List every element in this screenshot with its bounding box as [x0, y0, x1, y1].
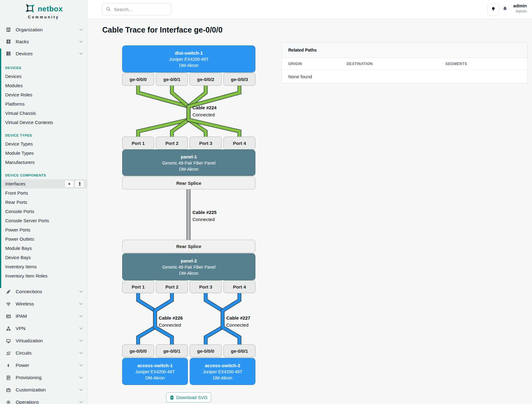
sidebar-item-inventory-items[interactable]: Inventory Items — [0, 262, 87, 271]
sidebar-item-operations[interactable]: Operations — [0, 396, 87, 404]
sidebar-item-label: VPN — [16, 326, 25, 331]
sidebar-item-label: Module Bays — [5, 246, 32, 251]
front-port-box[interactable]: Port 2 — [156, 280, 188, 293]
front-port-box[interactable]: Port 4 — [223, 280, 255, 293]
sidebar-item-connections[interactable]: Connections — [0, 286, 87, 298]
sidebar-item-organization[interactable]: Organization — [0, 24, 87, 36]
sidebar-item-label: Device Types — [5, 141, 33, 146]
sidebar-item-devices[interactable]: Devices — [0, 48, 87, 60]
sidebar-item-inventory-item-roles[interactable]: Inventory Item Roles — [0, 271, 87, 281]
sidebar-item-interfaces[interactable]: Interfaces+↥ — [2, 179, 87, 188]
front-port-box[interactable]: Port 3 — [190, 137, 222, 150]
download-svg-button[interactable]: Download SVG — [166, 392, 211, 402]
cable-id: Cable #224 — [192, 104, 216, 111]
sidebar-item-console-server-ports[interactable]: Console Server Ports — [0, 216, 87, 225]
related-paths-title: Related Paths — [282, 43, 527, 58]
sidebar-item-modules[interactable]: Modules — [0, 81, 87, 90]
sidebar-item-circuits[interactable]: Circuits — [0, 347, 87, 359]
interface-box[interactable]: ge-0/0/3 — [223, 73, 255, 86]
sidebar-item-ipam[interactable]: IPAM — [0, 310, 87, 322]
search-input[interactable] — [102, 3, 171, 15]
cable-label-225[interactable]: Cable #225 Connected — [192, 209, 216, 223]
cable-path — [138, 293, 155, 344]
user-menu[interactable]: admin Admin — [513, 3, 527, 14]
sidebar-item-device-bays[interactable]: Device Bays — [0, 253, 87, 262]
sidebar-item-provisioning[interactable]: Provisioning — [0, 371, 87, 384]
column-destination: DESTINATION — [347, 62, 445, 66]
front-port-box[interactable]: Port 1 — [122, 280, 154, 293]
sidebar: netbox Community OrganizationRacksDevice… — [0, 0, 87, 404]
interface-box[interactable]: ge-0/0/0 — [122, 344, 154, 357]
interface-box[interactable]: ge-0/0/1 — [156, 344, 188, 357]
interface-box[interactable]: ge-0/0/0 — [122, 73, 154, 86]
sidebar-item-label: Circuits — [16, 350, 32, 356]
cable-label-227[interactable]: Cable #227 Connected — [226, 315, 250, 328]
sidebar-item-rear-ports[interactable]: Rear Ports — [0, 198, 87, 207]
sidebar-item-label: Customization — [16, 387, 46, 393]
sidebar-item-power-outlets[interactable]: Power Outlets — [0, 235, 87, 244]
front-port-box[interactable]: Port 4 — [223, 137, 255, 150]
sidebar-item-label: Module Types — [5, 150, 34, 156]
front-port-box[interactable]: Port 2 — [156, 137, 188, 150]
trace-node-dist-switch-1[interactable]: dist-switch-1 Juniper EX4200-48T DM-Akro… — [122, 45, 255, 72]
sidebar-item-virtual-device-contexts[interactable]: Virtual Device Contexts — [0, 118, 87, 127]
notifications-button[interactable] — [501, 6, 509, 14]
sidebar-item-manufacturers[interactable]: Manufacturers — [0, 158, 87, 167]
sidebar-item-device-types[interactable]: Device Types — [0, 139, 87, 149]
sidebar-item-module-bays[interactable]: Module Bays — [0, 244, 87, 253]
front-port-box[interactable]: Port 3 — [190, 280, 222, 293]
logo[interactable]: netbox Community — [0, 0, 87, 19]
sidebar-item-module-types[interactable]: Module Types — [0, 149, 87, 158]
sidebar-item-label: Inventory Items — [5, 264, 37, 269]
panel-site: DM-Akron — [122, 271, 255, 276]
import-button[interactable]: ↥ — [75, 180, 84, 188]
sidebar-item-devices[interactable]: Devices — [0, 72, 87, 81]
rear-port-panel2[interactable]: Rear Splice — [122, 240, 255, 253]
sidebar-item-label: Device Bays — [5, 255, 31, 260]
device-model: Juniper EX4200-48T — [122, 369, 188, 374]
sidebar-item-power[interactable]: Power — [0, 359, 87, 371]
trace-node-panel-2[interactable]: panel-2 Generic 48-Pair Fiber Panel DM-A… — [122, 253, 255, 280]
rear-port-panel1[interactable]: Rear Splice — [122, 177, 255, 189]
sidebar-item-device-roles[interactable]: Device Roles — [0, 90, 87, 99]
interface-box[interactable]: ge-0/0/1 — [223, 344, 255, 357]
sidebar-item-power-ports[interactable]: Power Ports — [0, 225, 87, 235]
user-role: Admin — [513, 9, 527, 14]
sidebar-item-label: Console Server Ports — [5, 218, 49, 223]
sidebar-item-vpn[interactable]: VPN — [0, 322, 87, 335]
trace-node-access-switch-1[interactable]: access-switch-1 Juniper EX4200-48T DM-Ak… — [122, 358, 188, 385]
plus-icon: + — [68, 181, 70, 186]
theme-toggle-button[interactable] — [487, 4, 499, 16]
interface-box[interactable]: ge-0/0/2 — [190, 73, 222, 86]
sidebar-item-virtualization[interactable]: Virtualization — [0, 335, 87, 347]
wifi-icon — [6, 301, 12, 307]
sidebar-item-console-ports[interactable]: Console Ports — [0, 207, 87, 216]
sidebar-item-virtual-chassis[interactable]: Virtual Chassis — [0, 109, 87, 118]
device-site: DM-Akron — [190, 375, 255, 380]
interface-box[interactable]: ge-0/0/0 — [190, 344, 222, 357]
trace-node-access-switch-2[interactable]: access-switch-2 Juniper EX4200-48T DM-Ak… — [190, 358, 255, 385]
sidebar-item-platforms[interactable]: Platforms — [0, 99, 87, 109]
sidebar-item-racks[interactable]: Racks — [0, 36, 87, 48]
panel-name: panel-2 — [122, 258, 255, 263]
sidebar-item-front-ports[interactable]: Front Ports — [0, 188, 87, 198]
sidebar-item-wireless[interactable]: Wireless — [0, 298, 87, 310]
cable-label-224[interactable]: Cable #224 Connected — [192, 104, 216, 118]
panel-name: panel-1 — [122, 154, 255, 159]
download-svg-label: Download SVG — [176, 395, 208, 400]
interface-box[interactable]: ge-0/0/1 — [156, 73, 188, 86]
panel-site: DM-Akron — [122, 167, 255, 172]
sidebar-item-label: Wireless — [16, 301, 34, 307]
device-name: dist-switch-1 — [122, 50, 255, 56]
device-name: access-switch-1 — [122, 363, 188, 368]
panel-model: Generic 48-Pair Fiber Panel — [122, 161, 255, 165]
add-button[interactable]: + — [65, 180, 74, 188]
sidebar-item-label: Rear Ports — [5, 200, 27, 205]
trace-node-panel-1[interactable]: panel-1 Generic 48-Pair Fiber Panel DM-A… — [122, 150, 255, 176]
front-port-box[interactable]: Port 1 — [122, 137, 154, 150]
cable-label-226[interactable]: Cable #226 Connected — [159, 315, 183, 328]
cable-id: Cable #226 — [159, 315, 183, 322]
chevron-down-icon — [79, 364, 83, 367]
sidebar-item-customization[interactable]: Customization — [0, 384, 87, 396]
username: admin — [513, 3, 527, 9]
